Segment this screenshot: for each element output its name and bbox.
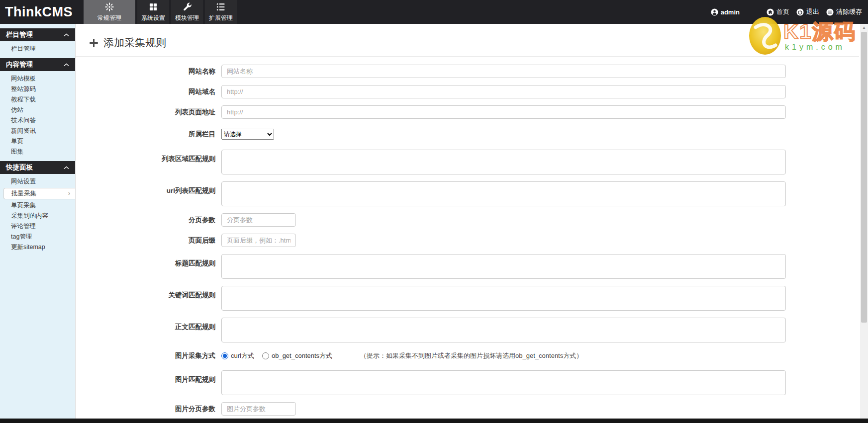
chevron-up-icon (64, 33, 69, 37)
image-fetch-mode-hint: （提示：如果采集不到图片或者采集的图片损坏请选用ob_get_contents方… (360, 351, 582, 360)
top-header: ThinkCMS 常规管理 系统设置 模块管理 扩展管理 admin 首页 (0, 0, 868, 24)
logout-label: 退出 (806, 7, 819, 16)
vertical-scrollbar[interactable]: ▲ (860, 24, 868, 419)
main-content: 添加采集规则 网站名称 网站域名 列表页面地址 所属栏目 请选择 列表区域匹配规… (76, 24, 868, 419)
site-name-input[interactable] (221, 65, 786, 78)
asterisk-burst-icon (104, 2, 114, 12)
collect-rule-form: 网站名称 网站域名 列表页面地址 所属栏目 请选择 列表区域匹配规则 url列表… (76, 57, 868, 419)
sidebar-item-comment-manage[interactable]: 评论管理 (0, 221, 75, 232)
form-row: 图片匹配规则 (76, 370, 868, 395)
url-list-rule-textarea[interactable] (221, 181, 786, 206)
user-menu[interactable]: admin (711, 8, 740, 16)
form-row: 图片分页参数 (76, 402, 868, 416)
field-label: 列表区域匹配规则 (76, 150, 221, 164)
radio-obgetcontents-mode[interactable]: ob_get_contents方式 (262, 351, 332, 360)
tab-module-manage[interactable]: 模块管理 (171, 0, 203, 24)
radio-curl-input[interactable] (221, 352, 228, 359)
chevron-right-icon: › (68, 190, 70, 197)
radio-obgetcontents-input[interactable] (262, 352, 269, 359)
clear-cache-link[interactable]: 清除缓存 (826, 7, 862, 16)
bottom-edge-bar (0, 419, 868, 423)
field-label: 正文匹配规则 (76, 318, 221, 332)
list-icon (216, 2, 226, 12)
tab-label: 扩展管理 (209, 14, 233, 22)
form-row: 列表页面地址 (76, 105, 868, 119)
form-row: 网站名称 (76, 65, 868, 78)
list-page-url-input[interactable] (221, 105, 786, 119)
field-label: 图片采集方式 (76, 351, 221, 360)
keyword-rule-textarea[interactable] (221, 286, 786, 311)
list-area-rule-textarea[interactable] (221, 150, 786, 174)
sidebar-header-column-manage[interactable]: 栏目管理 (0, 28, 75, 41)
sidebar-item-update-sitemap[interactable]: 更新sitemap (0, 242, 75, 253)
user-icon (711, 8, 718, 16)
sidebar-item-site-template[interactable]: 网站模板 (0, 74, 75, 84)
sidebar-item-tutorial-download[interactable]: 教程下载 (0, 94, 75, 105)
field-label: 标题匹配规则 (76, 254, 221, 268)
field-label: 关键词匹配规则 (76, 286, 221, 300)
field-label: 页面后缀 (76, 236, 221, 245)
radio-curl-mode[interactable]: curl方式 (221, 351, 254, 360)
chevron-up-icon (64, 166, 69, 169)
sidebar-item-single-page-collect[interactable]: 单页采集 (0, 200, 75, 211)
sidebar-item-collected-content[interactable]: 采集到的内容 (0, 211, 75, 221)
field-label: 图片分页参数 (76, 405, 221, 414)
image-rule-textarea[interactable] (221, 370, 786, 395)
header-user-area: admin 首页 退出 清除缓存 (711, 0, 868, 24)
sidebar-item-tech-qa[interactable]: 技术问答 (0, 115, 75, 126)
sidebar-item-full-site-source[interactable]: 整站源码 (0, 84, 75, 94)
sidebar-item-gallery[interactable]: 图集 (0, 147, 75, 157)
form-row: 列表区域匹配规则 (76, 150, 868, 174)
image-page-param-input[interactable] (221, 402, 296, 416)
scrollbar-thumb[interactable] (861, 32, 867, 323)
sidebar-header-content-manage[interactable]: 内容管理 (0, 58, 75, 71)
sidebar: 栏目管理 栏目管理 内容管理 网站模板 整站源码 教程下载 仿站 技术问答 新闻… (0, 24, 76, 419)
page-title: 添加采集规则 (76, 24, 859, 57)
page-param-input[interactable] (221, 213, 296, 227)
plus-icon (90, 39, 98, 47)
sidebar-item-batch-collect[interactable]: 批量采集 › (3, 188, 75, 199)
logout-icon (796, 8, 804, 16)
content-rule-textarea[interactable] (221, 318, 786, 342)
sidebar-item-site-clone[interactable]: 仿站 (0, 105, 75, 115)
home-link[interactable]: 首页 (767, 7, 789, 16)
clear-cache-label: 清除缓存 (836, 7, 862, 16)
clear-cache-icon (826, 8, 834, 16)
site-domain-input[interactable] (221, 85, 786, 98)
username: admin (721, 8, 740, 16)
home-icon (767, 8, 774, 16)
form-row: 图片采集方式 curl方式 ob_get_contents方式 （提示：如果采集… (76, 349, 868, 362)
sidebar-item-site-settings[interactable]: 网站设置 (0, 176, 75, 187)
tab-system-settings[interactable]: 系统设置 (137, 0, 169, 24)
form-row: 正文匹配规则 (76, 318, 868, 342)
form-row: 所属栏目 请选择 (76, 126, 868, 140)
wrench-icon (182, 2, 192, 12)
section-title: 内容管理 (6, 60, 33, 69)
field-label: 网站名称 (76, 67, 221, 76)
form-row: url列表匹配规则 (76, 181, 868, 206)
title-rule-textarea[interactable] (221, 254, 786, 279)
logout-link[interactable]: 退出 (796, 7, 819, 16)
page-title-text: 添加采集规则 (103, 36, 166, 50)
scroll-up-arrow-icon[interactable]: ▲ (860, 24, 868, 31)
app-logo[interactable]: ThinkCMS (0, 0, 84, 24)
sidebar-section-content-manage: 内容管理 网站模板 整站源码 教程下载 仿站 技术问答 新闻资讯 单页 图集 (0, 58, 75, 158)
sidebar-item-tag-manage[interactable]: tag管理 (0, 232, 75, 242)
sidebar-item-news[interactable]: 新闻资讯 (0, 126, 75, 136)
category-select[interactable]: 请选择 (221, 129, 274, 140)
sidebar-header-quick-panel[interactable]: 快捷面板 (0, 161, 75, 174)
tab-extension-manage[interactable]: 扩展管理 (205, 0, 237, 24)
sidebar-item-single-page[interactable]: 单页 (0, 136, 75, 147)
field-label: 分页参数 (76, 216, 221, 225)
sidebar-section-quick-panel: 快捷面板 网站设置 批量采集 › 单页采集 采集到的内容 评论管理 tag管理 … (0, 161, 75, 254)
field-label: 所属栏目 (76, 130, 221, 139)
tab-general-manage[interactable]: 常规管理 (84, 0, 135, 24)
section-title: 快捷面板 (6, 163, 33, 172)
sidebar-item-column-manage[interactable]: 栏目管理 (0, 44, 75, 54)
sidebar-section-column-manage: 栏目管理 栏目管理 (0, 28, 75, 55)
field-label: 图片匹配规则 (76, 370, 221, 384)
page-suffix-input[interactable] (221, 234, 296, 247)
grid-icon (148, 2, 158, 12)
field-label: 网站域名 (76, 87, 221, 96)
tab-label: 常规管理 (97, 14, 121, 22)
